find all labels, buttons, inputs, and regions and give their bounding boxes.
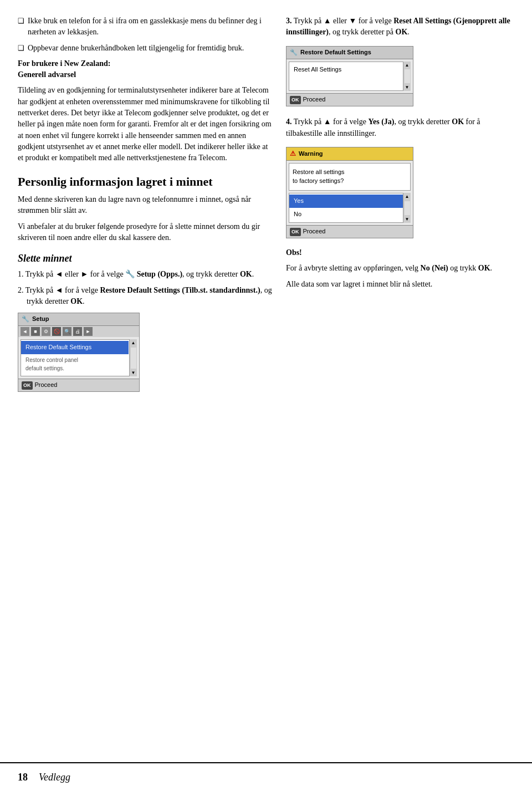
setup-icon-row: ◄ ■ ⚙ 🚫 🔍 🖨 ► — [18, 326, 139, 337]
obs-block: Obs! For å avbryte sletting av oppføring… — [286, 247, 514, 290]
warning-yes-item[interactable]: Yes — [289, 195, 410, 208]
content-area: ❑ Ikke bruk en telefon for å si ifra om … — [0, 0, 532, 751]
page-footer: 18 Vedlegg — [0, 762, 532, 791]
step3-num: 3. — [286, 17, 292, 25]
icon-cell-6: 🖨 — [73, 327, 82, 336]
nz-paragraph: Tildeling av en godkjenning for terminal… — [18, 85, 273, 164]
icon-cell-3: ⚙ — [42, 327, 50, 336]
reset-footer: OK Proceed — [287, 93, 413, 106]
warning-menu-list: Yes No — [289, 193, 411, 223]
warning-line1: Restore all settings — [293, 169, 345, 175]
warning-body: Restore all settings to factory settings… — [289, 163, 411, 191]
left-step1-num: 1. — [18, 270, 25, 278]
setup-titlebar-label: Setup — [32, 315, 49, 324]
warning-footer: OK Proceed — [287, 225, 413, 238]
icon-cell-7: ► — [84, 327, 93, 336]
checkbox-icon-2: ❑ — [18, 43, 24, 54]
warning-footer-label: Proceed — [303, 227, 326, 236]
setup-titlebar-icon: 🔧 — [22, 315, 29, 324]
icon-cell-1: ◄ — [21, 327, 29, 336]
para1-text: Ikke bruk en telefon for å si ifra om en… — [28, 16, 273, 38]
left-step2-text: Trykk på ◄ for å velge Restore Default S… — [25, 286, 272, 305]
warning-icon: ⚠ — [290, 149, 296, 159]
setup-menu-item-2[interactable]: Restore control paneldefault settings. — [21, 354, 129, 375]
warning-menu-container: Yes No ▲ ▼ — [289, 193, 411, 223]
left-step-1: 1. Trykk på ◄ eller ► for å velge 🔧 Setu… — [18, 269, 273, 280]
section-title: Personlig informasjon lagret i minnet — [18, 174, 273, 190]
obs-p1: For å avbryte sletting av oppføringen, v… — [286, 263, 514, 274]
reset-titlebar-label: Restore Default Settings — [300, 48, 371, 57]
reset-titlebar: 🔧 Restore Default Settings — [287, 47, 413, 59]
reset-menu-item-1[interactable]: Reset All Settings — [289, 63, 402, 76]
reset-empty-row — [289, 76, 402, 89]
step3-text: 3. Trykk på ▲ eller ▼ for å velge Reset … — [286, 16, 514, 38]
checkbox-item-2: ❑ Oppbevar denne brukerhåndboken lett ti… — [18, 43, 273, 54]
obs-title-para: Obs! — [286, 247, 514, 258]
right-step-3: 3. Trykk på ▲ eller ▼ for å velge Reset … — [286, 16, 514, 38]
warning-scrollbar[interactable]: ▲ ▼ — [403, 193, 411, 223]
setup-footer: OK Proceed — [18, 379, 139, 391]
reset-titlebar-icon: 🔧 — [290, 48, 298, 57]
setup-scroll-up[interactable]: ▲ — [131, 340, 136, 346]
page: ❑ Ikke bruk en telefon for å si ifra om … — [0, 0, 532, 791]
icon-cell-4: 🚫 — [52, 327, 61, 336]
setup-scroll-track — [131, 348, 136, 369]
setup-screenshot: 🔧 Setup ◄ ■ ⚙ 🚫 🔍 🖨 ► Restore Default Se… — [18, 313, 140, 392]
reset-scroll-up[interactable]: ▲ — [405, 62, 410, 69]
page-number: 18 — [18, 770, 28, 784]
checkbox-item-1: ❑ Ikke bruk en telefon for å si ifra om … — [18, 16, 273, 38]
setup-scroll-down[interactable]: ▼ — [131, 370, 136, 376]
right-step-4: 4. Trykk på ▲ for å velge Yes (Ja), og t… — [286, 116, 514, 139]
reset-footer-label: Proceed — [303, 95, 326, 104]
reset-scroll-track — [405, 69, 410, 83]
warning-scroll-track — [405, 201, 410, 215]
warning-screenshot: ⚠ Warning Restore all settings to factor… — [286, 147, 413, 238]
left-step-2: 2. Trykk på ◄ for å velge Restore Defaul… — [18, 285, 273, 308]
reset-screenshot: 🔧 Restore Default Settings Reset All Set… — [286, 46, 413, 107]
setup-footer-label: Proceed — [35, 381, 58, 390]
section-p2: Vi anbefaler at du bruker følgende prose… — [18, 221, 273, 244]
step4-text: 4. Trykk på ▲ for å velge Yes (Ja), og t… — [286, 116, 514, 139]
setup-menu-item-1[interactable]: Restore Default Settings — [21, 341, 129, 354]
warning-ok-badge: OK — [290, 228, 301, 236]
checkbox-icon-1: ❑ — [18, 16, 24, 27]
reset-scroll-down[interactable]: ▼ — [405, 84, 410, 91]
slette-heading: Slette minnet — [18, 251, 273, 266]
right-column: 3. Trykk på ▲ eller ▼ for å velge Reset … — [286, 16, 514, 751]
reset-menu-list: Reset All Settings — [289, 62, 411, 91]
reset-scrollbar[interactable]: ▲ ▼ — [403, 62, 411, 91]
setup-menu-list: Restore Default Settings Restore control… — [21, 339, 137, 376]
setup-titlebar: 🔧 Setup — [18, 313, 139, 326]
warning-titlebar-label: Warning — [299, 150, 323, 159]
warning-scroll-up[interactable]: ▲ — [405, 193, 410, 200]
obs-title: Obs! — [286, 248, 302, 257]
reset-ok-badge: OK — [290, 96, 301, 104]
step4-num: 4. — [286, 118, 292, 126]
section-p1: Med denne skriveren kan du lagre navn og… — [18, 194, 273, 217]
icon-cell-2: ■ — [31, 327, 40, 336]
setup-ok-badge: OK — [22, 381, 33, 390]
warning-no-item[interactable]: No — [289, 208, 410, 221]
reset-menu-container: Reset All Settings ▲ ▼ — [289, 62, 411, 91]
obs-p2: Alle data som var lagret i minnet blir n… — [286, 279, 514, 290]
left-step1-text: Trykk på ◄ eller ► for å velge 🔧 Setup (… — [25, 270, 254, 278]
setup-scrollbar[interactable]: ▲ ▼ — [129, 339, 137, 376]
left-step2-num: 2. — [18, 286, 25, 294]
warning-line2: to factory settings? — [293, 177, 344, 184]
left-column: ❑ Ikke bruk en telefon for å si ifra om … — [18, 16, 273, 751]
warning-scroll-down[interactable]: ▼ — [405, 216, 410, 223]
warning-titlebar: ⚠ Warning — [287, 147, 413, 161]
para2-text: Oppbevar denne brukerhåndboken lett tilg… — [28, 43, 244, 54]
footer-label: Vedlegg — [39, 770, 70, 784]
icon-cell-5: 🔍 — [63, 327, 71, 336]
setup-menu-container: Restore Default Settings Restore control… — [21, 339, 137, 376]
nz-heading: For brukere i New Zealand: Generell adva… — [18, 58, 273, 81]
